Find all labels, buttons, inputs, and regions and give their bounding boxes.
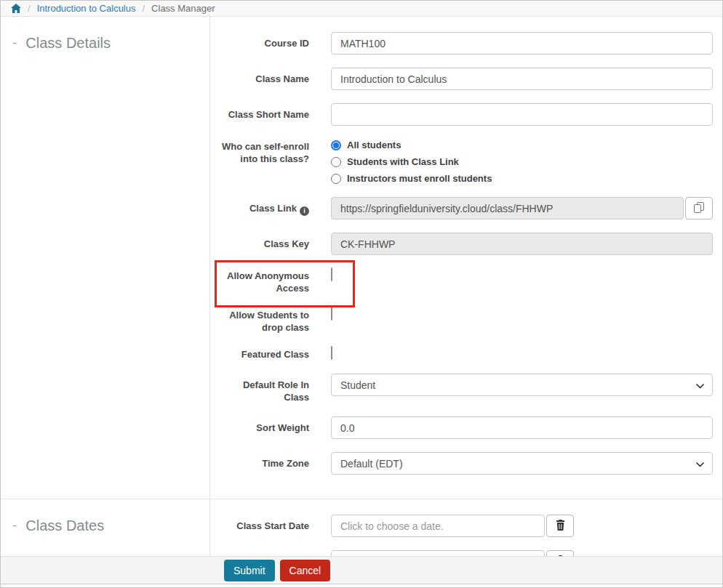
allow-anonymous-access-checkbox[interactable]: [331, 267, 332, 281]
collapse-toggle-class-details[interactable]: -: [12, 34, 17, 52]
chevron-down-icon: [696, 458, 704, 470]
allow-students-drop-label: Allow Students to drop class: [218, 307, 309, 334]
clear-start-date-button[interactable]: [546, 515, 574, 537]
section-class-dates: - Class Dates Class Start Date: [1, 499, 722, 556]
featured-class-checkbox[interactable]: [331, 346, 332, 360]
allow-anonymous-access-label: Allow Anonymous Access: [218, 268, 309, 294]
class-details-title-row: - Class Details: [12, 34, 209, 52]
class-dates-title: Class Dates: [25, 517, 104, 534]
breadcrumb-current-page: Class Manager: [151, 3, 215, 14]
collapse-toggle-class-dates[interactable]: -: [12, 517, 17, 534]
chevron-down-icon: [696, 379, 704, 391]
class-details-title: Class Details: [25, 34, 111, 52]
form-row-class-link: Class Linki: [218, 197, 713, 220]
class-name-label: Class Name: [218, 68, 309, 90]
radio-unselected-icon[interactable]: [331, 174, 341, 184]
class-key-label: Class Key: [218, 233, 309, 255]
course-id-label: Course ID: [218, 32, 309, 55]
section-header-class-dates: - Class Dates: [1, 499, 210, 556]
class-manager-page: / Introduction to Calculus / Class Manag…: [0, 0, 723, 588]
breadcrumb: / Introduction to Calculus / Class Manag…: [1, 1, 722, 17]
time-zone-selected-value: Default (EDT): [340, 458, 403, 470]
self-enroll-radio-group: All students Students with Class Link In…: [331, 139, 713, 184]
class-dates-title-row: - Class Dates: [12, 517, 209, 534]
form-row-course-id: Course ID: [218, 32, 713, 55]
form-row-class-key: Class Key: [218, 233, 713, 255]
section-class-details: - Class Details Course ID Class Name: [1, 17, 722, 499]
radio-option-label: Students with Class Link: [347, 156, 459, 167]
clear-end-date-button[interactable]: [546, 550, 574, 556]
form-row-allow-anonymous-access: Allow Anonymous Access: [218, 268, 713, 294]
page-bottom-edge: [1, 584, 722, 587]
form-row-self-enroll: Who can self-enroll into this class? All…: [218, 139, 713, 184]
radio-option-label: Instructors must enroll students: [347, 173, 492, 184]
home-icon[interactable]: [11, 4, 21, 13]
form-row-featured-class: Featured Class: [218, 347, 713, 361]
default-role-label: Default Role In Class: [218, 374, 309, 403]
radio-selected-icon[interactable]: [331, 140, 341, 150]
breadcrumb-separator: /: [142, 3, 145, 14]
section-header-class-details: - Class Details: [1, 17, 210, 499]
breadcrumb-separator: /: [28, 3, 31, 14]
class-start-date-label: Class Start Date: [218, 515, 309, 537]
cancel-button[interactable]: Cancel: [280, 560, 331, 581]
breadcrumb-link-class[interactable]: Introduction to Calculus: [37, 3, 136, 14]
form-actions-bar: Submit Cancel: [1, 556, 722, 584]
radio-option-instructors-must-enroll[interactable]: Instructors must enroll students: [331, 173, 713, 184]
default-role-selected-value: Student: [340, 379, 375, 391]
form-row-default-role: Default Role In Class Student: [218, 374, 713, 403]
info-icon[interactable]: i: [300, 206, 309, 216]
class-link-label: Class Linki: [218, 197, 309, 220]
form-row-time-zone: Time Zone Default (EDT): [218, 452, 713, 475]
class-key-input: [331, 233, 713, 255]
form-row-class-end-date-partial: [218, 550, 713, 556]
form-row-class-start-date: Class Start Date: [218, 515, 713, 537]
sort-weight-input[interactable]: [331, 416, 713, 439]
time-zone-select[interactable]: Default (EDT): [331, 452, 713, 475]
class-link-input: [331, 197, 684, 220]
class-dates-form: Class Start Date: [210, 499, 722, 556]
page-content: - Class Details Course ID Class Name: [1, 17, 722, 556]
class-short-name-input[interactable]: [331, 103, 713, 126]
class-end-date-label: [218, 550, 309, 556]
radio-option-label: All students: [347, 140, 401, 150]
default-role-select[interactable]: Student: [331, 374, 713, 396]
featured-class-label: Featured Class: [218, 347, 309, 361]
radio-option-students-with-class-link[interactable]: Students with Class Link: [331, 156, 713, 167]
submit-button[interactable]: Submit: [224, 560, 275, 581]
copy-link-button[interactable]: [685, 197, 713, 220]
form-row-allow-students-drop: Allow Students to drop class: [218, 307, 713, 334]
radio-option-all-students[interactable]: All students: [331, 140, 713, 150]
self-enroll-label: Who can self-enroll into this class?: [218, 139, 309, 184]
allow-students-drop-checkbox[interactable]: [331, 307, 332, 321]
radio-unselected-icon[interactable]: [331, 157, 341, 167]
class-short-name-label: Class Short Name: [218, 103, 309, 126]
class-details-form: Course ID Class Name Class Short Name: [210, 17, 722, 499]
class-start-date-input[interactable]: [331, 515, 545, 537]
form-row-class-name: Class Name: [218, 68, 713, 90]
time-zone-label: Time Zone: [218, 452, 309, 475]
copy-icon: [693, 201, 705, 216]
class-end-date-input[interactable]: [331, 550, 545, 556]
sort-weight-label: Sort Weight: [218, 416, 309, 439]
class-name-input[interactable]: [331, 68, 713, 90]
form-row-sort-weight: Sort Weight: [218, 416, 713, 439]
trash-icon: [556, 520, 565, 533]
course-id-input[interactable]: [331, 32, 713, 55]
form-row-class-short-name: Class Short Name: [218, 103, 713, 126]
